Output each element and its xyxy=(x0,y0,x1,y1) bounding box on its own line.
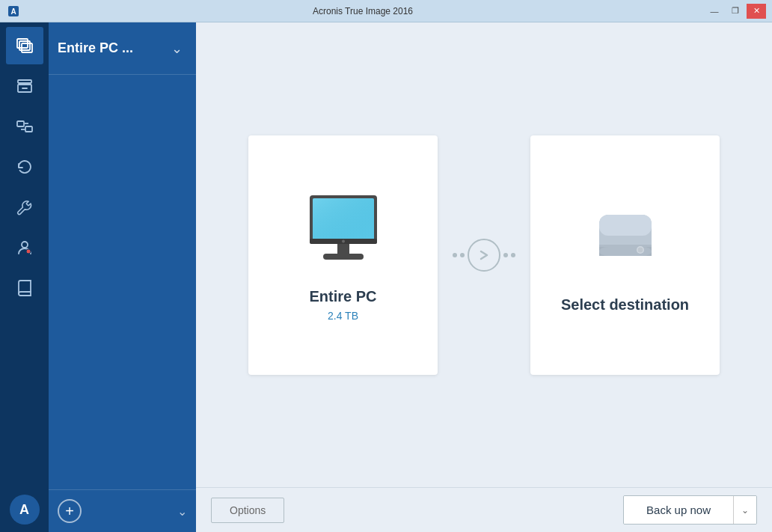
svg-point-13 xyxy=(26,249,31,254)
sidebar-item-tools[interactable] xyxy=(6,189,43,226)
icon-strip: A xyxy=(0,22,49,532)
window-controls: — ❐ ✕ xyxy=(705,4,766,19)
app-icon: A xyxy=(6,4,21,19)
sidebar-title: Entire PC ... xyxy=(58,40,160,56)
backup-now-button[interactable]: Back up now xyxy=(624,496,733,524)
sidebar-footer: + ⌄ xyxy=(49,489,196,532)
hdd-icon xyxy=(584,196,667,281)
sidebar-item-backup[interactable] xyxy=(6,27,43,64)
connector-dot-right2 xyxy=(511,253,515,257)
svg-point-20 xyxy=(342,240,345,243)
svg-rect-17 xyxy=(337,244,349,254)
connector-arrow-circle xyxy=(468,239,500,272)
destination-card-title: Select destination xyxy=(561,296,689,314)
flow-connector xyxy=(438,239,530,272)
svg-rect-16 xyxy=(313,198,374,240)
close-button[interactable]: ✕ xyxy=(747,4,766,19)
svg-rect-22 xyxy=(599,215,652,236)
connector-dot-right xyxy=(503,253,508,257)
source-card-subtitle: 2.4 TB xyxy=(328,310,358,322)
title-bar: A Acronis True Image 2016 — ❐ ✕ xyxy=(0,0,772,22)
maximize-button[interactable]: ❐ xyxy=(726,4,745,19)
svg-rect-5 xyxy=(18,80,31,83)
svg-rect-9 xyxy=(25,126,32,132)
add-backup-button[interactable]: + xyxy=(58,499,82,523)
backup-now-dropdown[interactable]: ⌄ xyxy=(733,496,756,524)
pc-icon xyxy=(295,188,392,273)
app-body: A Entire PC ... ⌄ + ⌄ xyxy=(0,22,772,532)
backup-now-group: Back up now ⌄ xyxy=(623,495,757,525)
options-button[interactable]: Options xyxy=(211,498,284,523)
connector-dot-left2 xyxy=(460,253,465,257)
sidebar-item-help[interactable] xyxy=(6,269,43,307)
sidebar-dropdown-button[interactable]: ⌄ xyxy=(166,38,187,59)
svg-rect-18 xyxy=(323,254,364,260)
destination-card[interactable]: Select destination xyxy=(530,135,720,375)
user-avatar[interactable]: A xyxy=(10,495,40,525)
svg-point-27 xyxy=(637,248,643,253)
svg-text:A: A xyxy=(10,7,16,16)
main-area: Entire PC 2.4 TB xyxy=(196,22,772,487)
sidebar-footer-chevron[interactable]: ⌄ xyxy=(177,504,187,519)
sidebar: Entire PC ... ⌄ + ⌄ xyxy=(49,22,196,532)
sidebar-item-restore[interactable] xyxy=(6,148,43,186)
window-title: Acronis True Image 2016 xyxy=(21,6,705,16)
sidebar-item-account[interactable] xyxy=(6,229,43,266)
minimize-button[interactable]: — xyxy=(705,4,724,19)
bottom-bar: Options Back up now ⌄ xyxy=(196,487,772,532)
source-card-title: Entire PC xyxy=(309,288,376,305)
icon-strip-bottom: A xyxy=(10,495,40,532)
sidebar-content xyxy=(49,75,196,489)
sidebar-item-clone[interactable] xyxy=(6,108,43,145)
source-card[interactable]: Entire PC 2.4 TB xyxy=(248,135,438,375)
sidebar-header: Entire PC ... ⌄ xyxy=(49,22,196,75)
main-content: Entire PC 2.4 TB xyxy=(196,22,772,532)
svg-point-12 xyxy=(22,242,28,248)
icon-strip-top xyxy=(6,25,43,495)
connector-dot-left xyxy=(453,253,457,257)
svg-rect-8 xyxy=(17,121,24,126)
sidebar-item-archive[interactable] xyxy=(6,67,43,105)
